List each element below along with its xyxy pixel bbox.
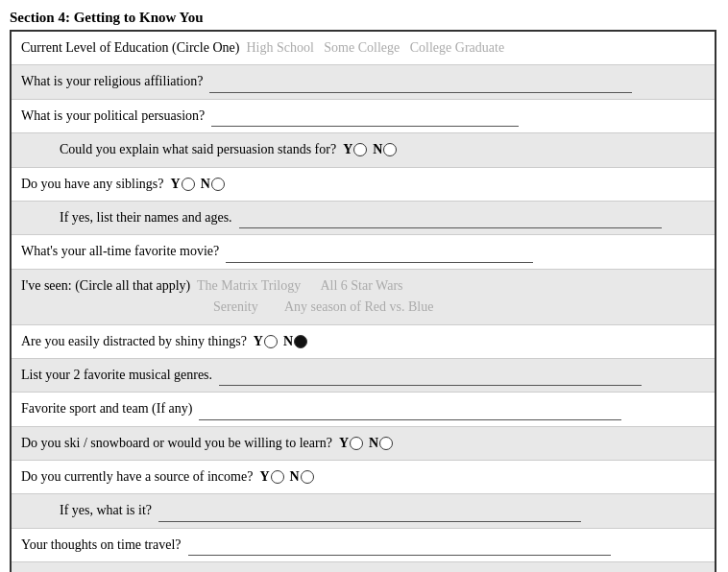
row-politics: What is your political persuasion? <box>12 100 715 133</box>
yn-politics: Y N <box>343 139 402 160</box>
row-religion: What is your religious affiliation? <box>12 65 715 99</box>
row-ski: Do you ski / snowboard or would you be w… <box>12 427 715 461</box>
music-label: List your 2 favorite musical genres. <box>21 368 216 382</box>
ski-label: Do you ski / snowboard or would you be w… <box>21 436 335 450</box>
row-education: Current Level of Education (Circle One) … <box>12 32 715 65</box>
yn-siblings: Y N <box>171 174 231 195</box>
row-fav-movie: What's your all-time favorite movie? <box>12 235 715 269</box>
fav-movie-field <box>226 246 533 263</box>
income-no-circle <box>301 470 314 484</box>
row-income-what: If yes, what is it? <box>12 494 715 528</box>
row-politics-explain: Could you explain what said persuasion s… <box>12 133 715 167</box>
sport-label: Favorite sport and team (If any) <box>21 401 196 416</box>
politics-no-circle <box>383 143 397 156</box>
yn-income: Y N <box>259 466 319 488</box>
seen-option-matrix: The Matrix Trilogy <box>197 278 301 293</box>
income-yes-circle <box>271 470 284 484</box>
fav-movie-label: What's your all-time favorite movie? <box>21 244 223 258</box>
section-title: Section 4: Getting to Know You <box>10 10 718 26</box>
sport-field <box>199 403 621 420</box>
politics-field <box>211 109 519 127</box>
siblings-names-field <box>239 211 662 228</box>
education-label: Current Level of Education (Circle One) <box>21 40 239 55</box>
religion-label: What is your religious affiliation? <box>21 74 206 88</box>
politics-label: What is your political persuasion? <box>21 108 208 123</box>
siblings-names-label: If yes, list their names and ages. <box>60 210 235 225</box>
ski-yes-circle <box>350 437 363 450</box>
income-label: Do you currently have a source of income… <box>21 469 256 484</box>
politics-explain-label: Could you explain what said persuasion s… <box>60 142 340 156</box>
yn-distracted: Y N <box>254 331 313 352</box>
row-distracted: Are you easily distracted by shiny thing… <box>12 325 715 359</box>
yn-ski: Y N <box>339 433 399 454</box>
row-music: List your 2 favorite musical genres. <box>12 359 715 393</box>
religion-field <box>209 76 632 93</box>
income-what-label: If yes, what is it? <box>60 503 156 517</box>
time-travel-label: Your thoughts on time travel? <box>21 537 184 552</box>
distracted-label: Are you easily distracted by shiny thing… <box>21 334 250 348</box>
music-field <box>219 369 642 386</box>
seen-label: I've seen: (Circle all that apply) <box>21 278 194 293</box>
siblings-no-circle <box>211 178 225 191</box>
row-siblings-names: If yes, list their names and ages. <box>12 202 715 235</box>
distracted-yes-circle <box>264 335 278 348</box>
seen-option-starwars: All 6 Star Wars <box>320 278 402 293</box>
row-seen: I've seen: (Circle all that apply) The M… <box>12 270 715 325</box>
politics-yes-circle <box>353 143 367 156</box>
row-siblings: Do you have any siblings? Y N <box>12 168 715 202</box>
siblings-yes-circle <box>182 178 195 191</box>
row-sport: Favorite sport and team (If any) <box>12 393 715 426</box>
row-income: Do you currently have a source of income… <box>12 461 715 494</box>
seen-option-serenity: Serenity <box>213 299 258 314</box>
yn-expressive: Y N <box>293 568 352 572</box>
row-time-travel: Your thoughts on time travel? <box>12 529 715 562</box>
ski-no-circle <box>379 437 393 450</box>
siblings-label: Do you have any siblings? <box>21 177 167 191</box>
distracted-no-circle <box>294 335 307 348</box>
form-container: Current Level of Education (Circle One) … <box>10 30 716 572</box>
income-what-field <box>158 505 581 522</box>
seen-option-rvb: Any season of Red vs. Blue <box>284 299 434 314</box>
education-options: High School Some College College Graduat… <box>243 40 504 55</box>
row-expressive: Would the word "expressive" describe you… <box>12 562 715 572</box>
time-travel-field <box>188 538 611 556</box>
